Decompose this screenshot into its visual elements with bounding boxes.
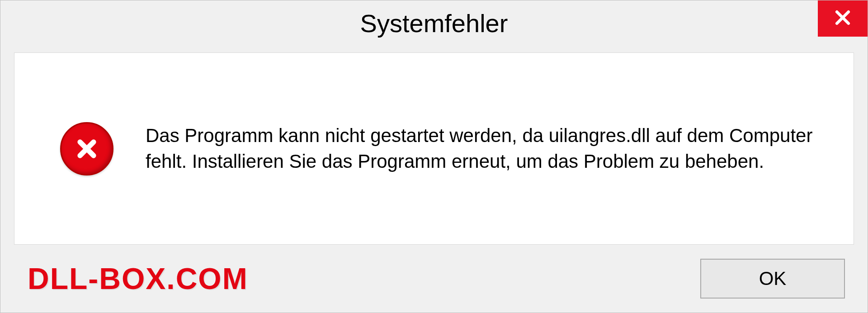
dialog-title: Systemfehler — [360, 9, 508, 38]
ok-button[interactable]: OK — [700, 259, 845, 299]
dialog-footer: DLL-BOX.COM OK — [0, 245, 868, 313]
close-button[interactable] — [818, 0, 868, 37]
error-dialog: Systemfehler Das Programm kann nicht ges… — [0, 0, 868, 313]
close-icon — [833, 8, 853, 29]
content-area: Das Programm kann nicht gestartet werden… — [14, 52, 854, 245]
error-icon — [60, 122, 114, 176]
error-message: Das Programm kann nicht gestartet werden… — [146, 123, 822, 174]
titlebar: Systemfehler — [0, 0, 868, 46]
watermark-text: DLL-BOX.COM — [28, 261, 248, 296]
